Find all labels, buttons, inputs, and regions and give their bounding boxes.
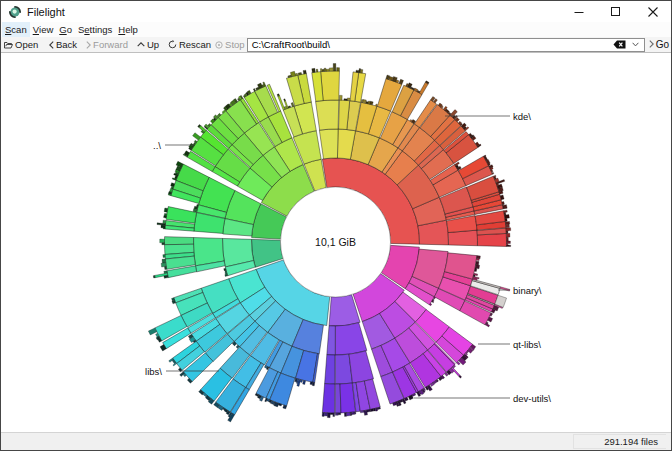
back-button[interactable]: Back — [47, 37, 79, 52]
map-segment[interactable] — [284, 99, 286, 101]
map-segment[interactable] — [335, 323, 366, 355]
map-segment[interactable] — [329, 68, 333, 71]
map-segment[interactable] — [312, 382, 314, 386]
location-input[interactable]: C:\CraftRoot\build\ — [248, 39, 613, 50]
map-segment[interactable] — [376, 104, 378, 106]
map-segment[interactable] — [160, 239, 165, 243]
map-segment[interactable] — [504, 212, 506, 215]
map-segment[interactable] — [153, 275, 155, 278]
map-segment[interactable] — [291, 103, 294, 107]
map-segment[interactable] — [367, 409, 371, 412]
minimize-button[interactable] — [560, 1, 597, 22]
map-segment[interactable] — [352, 412, 355, 415]
map-segment[interactable] — [319, 129, 338, 159]
map-segment[interactable] — [253, 88, 255, 91]
map-segment[interactable] — [327, 326, 336, 355]
map-segment[interactable] — [349, 351, 374, 383]
map-segment[interactable] — [500, 287, 510, 291]
up-button[interactable]: Up — [135, 37, 161, 52]
map-segment[interactable] — [506, 233, 510, 237]
menu-scan[interactable]: Scan — [2, 22, 30, 37]
map-segment[interactable] — [320, 69, 321, 72]
map-segment[interactable] — [225, 274, 228, 276]
map-segment[interactable] — [277, 94, 279, 96]
map-segment[interactable] — [161, 225, 165, 228]
radial-map[interactable]: 10,1 GiBkde\..\binary\qt-libs\dev-utils\… — [1, 53, 671, 431]
maximize-button[interactable] — [597, 1, 634, 22]
map-segment[interactable] — [344, 99, 347, 101]
map-segment[interactable] — [506, 231, 508, 234]
map-segment[interactable] — [333, 64, 336, 71]
map-segment[interactable] — [339, 95, 342, 100]
map-segment[interactable] — [303, 380, 306, 384]
map-segment[interactable] — [360, 411, 364, 413]
open-button[interactable]: Open — [2, 37, 40, 52]
map-segment[interactable] — [322, 384, 334, 413]
map-segment[interactable] — [477, 233, 506, 246]
map-segment[interactable] — [148, 328, 156, 335]
map-segment[interactable] — [330, 413, 333, 415]
combobox-dropdown-arrow[interactable] — [628, 39, 644, 51]
menu-go[interactable]: Go — [56, 22, 75, 37]
map-segment[interactable] — [506, 237, 508, 241]
stop-button[interactable]: Stop — [213, 37, 247, 52]
map-segment[interactable] — [492, 172, 494, 174]
go-button[interactable]: Go — [645, 37, 671, 52]
map-segment[interactable] — [448, 230, 477, 246]
map-segment[interactable] — [316, 69, 318, 72]
map-segment[interactable] — [333, 413, 335, 417]
map-segment[interactable] — [164, 266, 166, 269]
clear-text-icon[interactable] — [613, 40, 626, 49]
map-segment[interactable] — [477, 256, 481, 259]
map-segment[interactable] — [321, 71, 340, 101]
map-segment[interactable] — [163, 254, 165, 257]
map-segment[interactable] — [505, 221, 509, 224]
map-segment[interactable] — [504, 210, 508, 213]
map-segment[interactable] — [347, 98, 350, 101]
map-segment[interactable] — [300, 380, 303, 383]
map-segment[interactable] — [335, 413, 338, 415]
map-segment[interactable] — [337, 68, 340, 71]
map-segment[interactable] — [399, 79, 404, 84]
map-segment[interactable] — [163, 228, 165, 229]
map-segment[interactable] — [475, 265, 480, 269]
map-segment[interactable] — [283, 405, 287, 409]
map-segment[interactable] — [327, 413, 330, 418]
map-segment[interactable] — [164, 208, 168, 212]
map-segment[interactable] — [506, 245, 510, 247]
map-segment[interactable] — [474, 268, 476, 272]
map-segment[interactable] — [476, 261, 479, 265]
map-segment[interactable] — [164, 216, 167, 218]
map-segment[interactable] — [505, 218, 507, 221]
map-segment[interactable] — [506, 224, 510, 228]
map-segment[interactable] — [326, 69, 329, 71]
map-segment[interactable] — [506, 241, 510, 243]
map-segment[interactable] — [354, 412, 356, 414]
map-segment[interactable] — [164, 237, 193, 245]
forward-button[interactable]: Forward — [84, 37, 130, 52]
close-button[interactable] — [634, 1, 671, 22]
map-segment[interactable] — [502, 202, 505, 205]
map-segment[interactable] — [164, 275, 168, 278]
map-segment[interactable] — [419, 82, 428, 94]
map-segment[interactable] — [166, 207, 197, 224]
map-segment[interactable] — [312, 68, 315, 72]
map-segment[interactable] — [322, 69, 325, 71]
menu-view[interactable]: View — [30, 22, 57, 37]
map-segment[interactable] — [324, 413, 327, 416]
location-combobox[interactable]: C:\CraftRoot\build\ — [247, 38, 645, 52]
menu-settings[interactable]: Settings — [75, 22, 115, 37]
map-segment[interactable] — [162, 259, 166, 263]
map-segment[interactable] — [346, 412, 350, 416]
rescan-button[interactable]: Rescan — [166, 37, 213, 52]
map-segment[interactable] — [303, 70, 306, 74]
map-segment[interactable] — [316, 100, 339, 130]
map-segment[interactable] — [338, 413, 340, 415]
map-segment[interactable] — [162, 243, 165, 245]
menu-help[interactable]: Help — [115, 22, 141, 37]
map-segment[interactable] — [325, 355, 335, 384]
map-segment[interactable] — [163, 220, 166, 224]
map-segment[interactable] — [506, 243, 508, 245]
map-segment[interactable] — [506, 228, 511, 231]
map-segment[interactable] — [298, 72, 301, 75]
